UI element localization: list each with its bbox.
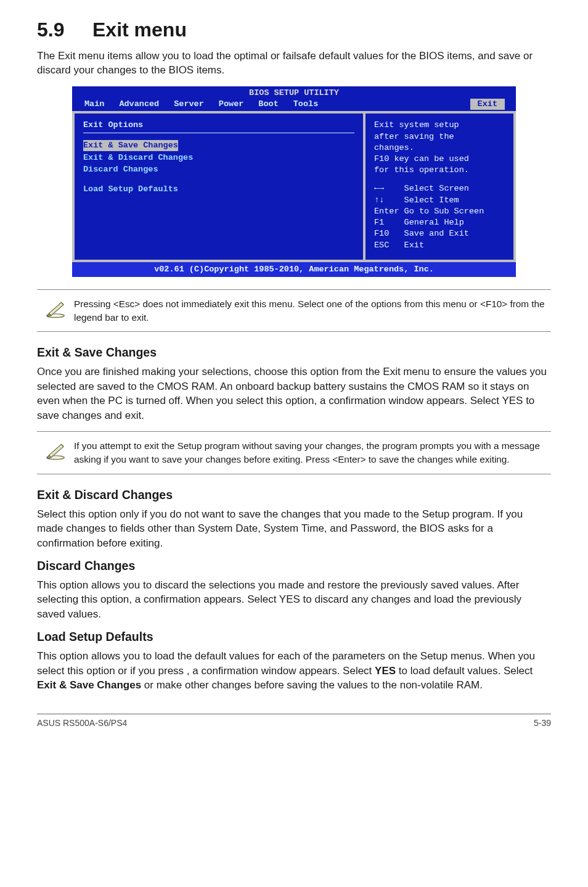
bios-right-panel: Exit system setup after saving the chang… — [365, 113, 513, 259]
bios-tab-advanced: Advanced — [112, 99, 166, 110]
exit-item-discard-exit: Exit & Discard Changes — [83, 152, 354, 163]
bios-tab-power: Power — [211, 99, 251, 110]
section-discard-body: This option allows you to discard the se… — [37, 578, 551, 621]
exit-item-load-defaults: Load Setup Defaults — [83, 184, 354, 195]
pencil-icon — [37, 439, 74, 461]
exit-item-save: Exit & Save Changes — [83, 140, 178, 151]
section-exit-discard-body: Select this option only if you do not wa… — [37, 507, 551, 550]
bios-footer: v02.61 (C)Copyright 1985-2010, American … — [72, 262, 516, 277]
title-text: Exit menu — [92, 19, 187, 41]
note-block-2: If you attempt to exit the Setup program… — [37, 431, 551, 474]
note-text-2: If you attempt to exit the Setup program… — [74, 439, 551, 466]
section-discard-title: Discard Changes — [37, 559, 551, 573]
bios-screenshot: BIOS SETUP UTILITY Main Advanced Server … — [72, 86, 516, 277]
bios-heading: BIOS SETUP UTILITY — [72, 88, 516, 99]
pencil-icon — [37, 297, 74, 320]
bios-tab-boot: Boot — [251, 99, 285, 110]
bios-keys-legend: ←→ Select Screen ↑↓ Select Item Enter Go… — [374, 183, 507, 250]
bios-tabs: Main Advanced Server Power Boot Tools Ex… — [72, 99, 516, 110]
section-exit-save-body: Once you are finished making your select… — [37, 365, 551, 423]
title-number: 5.9 — [37, 19, 92, 41]
intro-paragraph: The Exit menu items allow you to load th… — [37, 49, 551, 78]
section-load-defaults-title: Load Setup Defaults — [37, 630, 551, 644]
bios-help-text: Exit system setup after saving the chang… — [374, 120, 507, 176]
page-footer: ASUS RS500A-S6/PS4 5-39 — [37, 714, 551, 728]
bios-tab-main: Main — [77, 99, 112, 110]
bios-left-panel: Exit Options Exit & Save Changes Exit & … — [75, 113, 363, 259]
note-text-1: Pressing <Esc> does not immediately exit… — [74, 297, 551, 324]
section-load-defaults-body: This option allows you to load the defau… — [37, 649, 551, 692]
bios-tab-tools: Tools — [286, 99, 326, 110]
section-exit-discard-title: Exit & Discard Changes — [37, 488, 551, 502]
footer-page-number: 5-39 — [534, 718, 551, 728]
bios-tab-exit: Exit — [470, 99, 505, 110]
exit-options-title: Exit Options — [83, 120, 354, 131]
note-block-1: Pressing <Esc> does not immediately exit… — [37, 289, 551, 332]
bios-tab-server: Server — [166, 99, 211, 110]
section-exit-save-title: Exit & Save Changes — [37, 345, 551, 360]
footer-product: ASUS RS500A-S6/PS4 — [37, 718, 127, 728]
exit-item-discard: Discard Changes — [83, 164, 354, 175]
page-title: 5.9Exit menu — [37, 19, 551, 41]
